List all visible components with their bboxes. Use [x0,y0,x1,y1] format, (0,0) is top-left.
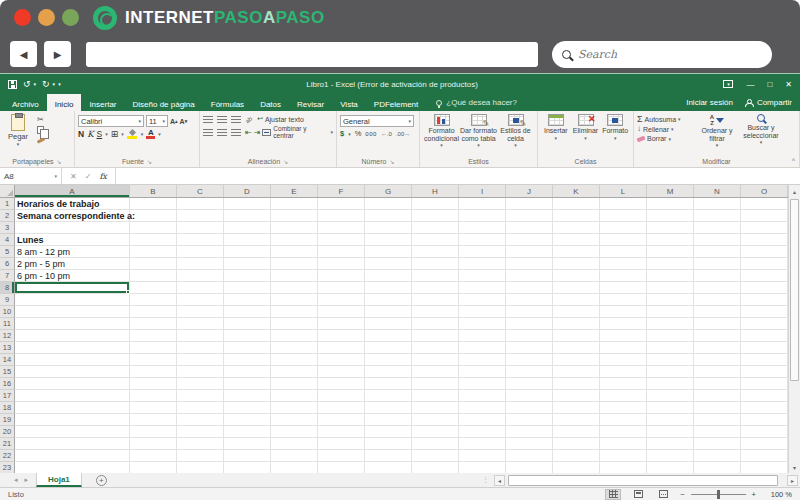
cell-H15[interactable] [412,366,459,378]
cell-E17[interactable] [271,390,318,402]
cell-O23[interactable] [741,462,788,473]
cell-K14[interactable] [553,354,600,366]
align-top-button[interactable] [203,115,213,123]
cell-K19[interactable] [553,414,600,426]
cell-F23[interactable] [318,462,365,473]
cell-L18[interactable] [600,402,647,414]
cell-K17[interactable] [553,390,600,402]
row-header-21[interactable]: 21 [0,438,15,450]
cell-D1[interactable] [224,198,271,210]
cell-I12[interactable] [459,330,506,342]
cell-A16[interactable] [15,378,130,390]
cell-A7[interactable]: 6 pm - 10 pm [15,270,130,282]
borders-dropdown-icon[interactable]: ▾ [121,131,124,137]
cell-J17[interactable] [506,390,553,402]
row-header-13[interactable]: 13 [0,342,15,354]
cell-L8[interactable] [600,282,647,294]
cell-L12[interactable] [600,330,647,342]
cell-E6[interactable] [271,258,318,270]
cell-E8[interactable] [271,282,318,294]
cell-K23[interactable] [553,462,600,473]
cell-K3[interactable] [553,222,600,234]
cell-A9[interactable] [15,294,130,306]
cell-K2[interactable] [553,210,600,222]
bold-button[interactable]: N [78,129,84,139]
tab-archivo[interactable]: Archivo [4,94,47,111]
cell-F3[interactable] [318,222,365,234]
cell-B6[interactable] [130,258,177,270]
cell-D15[interactable] [224,366,271,378]
redo-dropdown-icon[interactable]: ▾ [53,81,56,87]
column-header-o[interactable]: O [741,185,788,197]
cell-C3[interactable] [177,222,224,234]
cell-A3[interactable] [15,222,130,234]
decrease-indent-button[interactable]: ⇤ [245,128,252,137]
cell-B9[interactable] [130,294,177,306]
cell-G14[interactable] [365,354,412,366]
cell-J15[interactable] [506,366,553,378]
cell-G3[interactable] [365,222,412,234]
insert-cells-button[interactable]: Insertar ▾ [541,113,571,141]
cell-H20[interactable] [412,426,459,438]
cell-N16[interactable] [694,378,741,390]
tab-pdfelement[interactable]: PDFelement [366,94,426,111]
cell-E5[interactable] [271,246,318,258]
cell-C20[interactable] [177,426,224,438]
cell-C15[interactable] [177,366,224,378]
cell-L6[interactable] [600,258,647,270]
row-header-8[interactable]: 8 [0,282,15,294]
cell-O6[interactable] [741,258,788,270]
cell-F21[interactable] [318,438,365,450]
italic-button[interactable]: K [87,129,93,139]
cell-H14[interactable] [412,354,459,366]
cell-B18[interactable] [130,402,177,414]
tab-insertar[interactable]: Insertar [81,94,124,111]
cell-F20[interactable] [318,426,365,438]
select-all-corner[interactable] [0,185,15,197]
tell-me-box[interactable]: ¿Qué desea hacer? [436,94,517,111]
cell-G18[interactable] [365,402,412,414]
cell-N14[interactable] [694,354,741,366]
cell-D20[interactable] [224,426,271,438]
row-header-23[interactable]: 23 [0,462,15,473]
cell-J20[interactable] [506,426,553,438]
cell-J4[interactable] [506,234,553,246]
cell-F2[interactable] [318,210,365,222]
cell-O12[interactable] [741,330,788,342]
cell-G16[interactable] [365,378,412,390]
row-header-15[interactable]: 15 [0,366,15,378]
cell-A1[interactable]: Horarios de trabajo [15,198,130,210]
cell-D10[interactable] [224,306,271,318]
cell-H23[interactable] [412,462,459,473]
column-header-e[interactable]: E [271,185,318,197]
fill-color-dropdown-icon[interactable]: ▾ [141,131,144,137]
fill-handle[interactable] [126,290,130,294]
cell-C6[interactable] [177,258,224,270]
name-box-dropdown-icon[interactable]: ▾ [54,173,57,179]
cell-E22[interactable] [271,450,318,462]
cell-N11[interactable] [694,318,741,330]
row-header-16[interactable]: 16 [0,378,15,390]
redo-icon[interactable]: ↻ [42,79,50,89]
cell-I9[interactable] [459,294,506,306]
column-header-k[interactable]: K [553,185,600,197]
vertical-scrollbar[interactable]: ▴ ▾ [788,185,800,473]
view-normal-button[interactable] [605,489,621,500]
cell-B13[interactable] [130,342,177,354]
cell-A11[interactable] [15,318,130,330]
decrease-decimal-button[interactable]: .00→ [396,131,410,137]
cell-M11[interactable] [647,318,694,330]
ribbon-display-options-icon[interactable]: ▾ [723,80,733,88]
cell-O19[interactable] [741,414,788,426]
cell-H6[interactable] [412,258,459,270]
cell-F8[interactable] [318,282,365,294]
cell-C10[interactable] [177,306,224,318]
tab-vista[interactable]: Vista [332,94,366,111]
font-color-dropdown-icon[interactable]: ▾ [158,131,161,137]
cell-H11[interactable] [412,318,459,330]
increase-decimal-button[interactable]: ←.0 [381,131,392,137]
close-light-icon[interactable] [14,9,31,26]
cell-G12[interactable] [365,330,412,342]
cell-E2[interactable] [271,210,318,222]
cell-I17[interactable] [459,390,506,402]
